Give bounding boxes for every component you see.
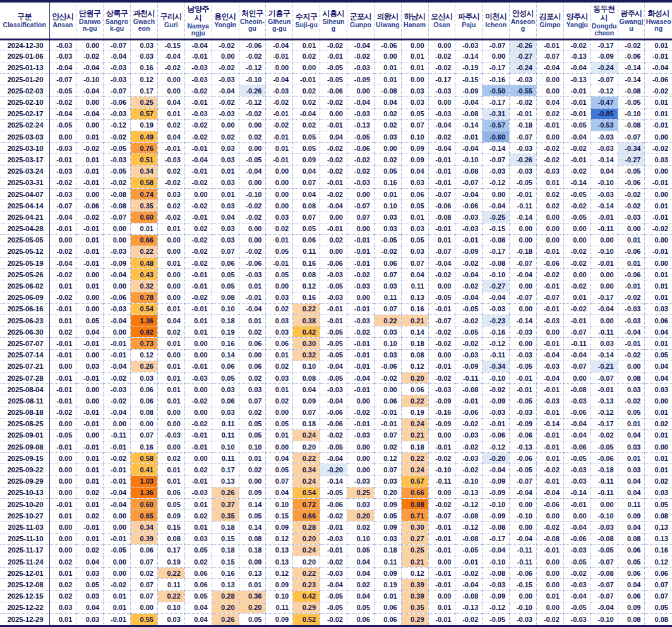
- value-cell: -0.02: [76, 212, 104, 223]
- value-cell: 0.00: [374, 51, 401, 62]
- value-cell: -0.06: [320, 418, 347, 429]
- value-cell: -0.11: [591, 475, 618, 487]
- value-cell: -0.01: [455, 131, 483, 143]
- table-row: 2025-04-21-0.04-0.02-0.070.60-0.02-0.010…: [0, 212, 672, 223]
- value-cell: 0.02: [157, 119, 184, 131]
- value-cell: 0.05: [266, 269, 293, 280]
- value-cell: -0.02: [428, 338, 455, 349]
- value-cell: 0.00: [76, 395, 104, 407]
- column-label-en: Siheung: [321, 18, 346, 32]
- value-cell: -0.02: [455, 464, 483, 475]
- value-cell: 0.02: [184, 556, 212, 567]
- value-cell: -0.01: [184, 475, 212, 487]
- value-cell: 0.01: [157, 361, 184, 372]
- column-label-kr: 처인구: [240, 9, 265, 18]
- value-cell: -0.02: [455, 280, 483, 292]
- value-cell: -0.02: [510, 97, 537, 108]
- value-cell: -0.14: [510, 315, 537, 326]
- value-cell: -0.02: [455, 338, 483, 349]
- value-cell: 0.00: [76, 349, 104, 361]
- value-cell: -0.03: [428, 384, 455, 395]
- value-cell: 0.00: [184, 384, 212, 395]
- value-cell: 0.00: [157, 85, 184, 97]
- value-cell: 0.07: [645, 579, 672, 590]
- value-cell: 0.39: [131, 533, 158, 544]
- value-cell: 0.00: [104, 568, 131, 579]
- value-cell: -0.05: [483, 613, 510, 625]
- value-cell: 0.03: [266, 372, 293, 383]
- value-cell: 0.18: [239, 544, 266, 556]
- value-cell: -0.04: [104, 269, 131, 280]
- value-cell: 0.20: [212, 602, 239, 613]
- value-cell: 0.02: [49, 590, 76, 602]
- value-cell: 0.01: [49, 510, 76, 522]
- value-cell: -0.01: [347, 303, 374, 314]
- value-cell: -0.08: [618, 85, 645, 97]
- value-cell: -0.53: [591, 119, 618, 131]
- value-cell: 0.06: [266, 338, 293, 349]
- column-label-kr: 광주시: [619, 9, 644, 18]
- value-cell: -0.10: [239, 74, 266, 85]
- table-row: 2025-05-26-0.020.00-0.040.430.00-0.010.0…: [0, 269, 672, 280]
- value-cell: 0.13: [239, 568, 266, 579]
- value-cell: -0.08: [591, 533, 618, 544]
- value-cell: 0.04: [618, 475, 645, 487]
- value-cell: -0.01: [536, 407, 563, 418]
- value-cell: -0.03: [536, 315, 563, 326]
- value-cell: -0.03: [49, 143, 76, 154]
- value-cell: -0.03: [347, 177, 374, 188]
- value-cell: 0.11: [157, 579, 184, 590]
- value-cell: -0.02: [563, 303, 591, 314]
- value-cell: -0.01: [428, 579, 455, 590]
- value-cell: 0.00: [563, 269, 591, 280]
- value-cell: 0.04: [157, 131, 184, 143]
- value-cell: -0.01: [49, 154, 76, 165]
- value-cell: 0.00: [131, 418, 158, 429]
- value-cell: 0.04: [618, 579, 645, 590]
- value-cell: 0.00: [536, 510, 563, 522]
- value-cell: 0.20: [401, 372, 428, 383]
- value-cell: -0.14: [455, 51, 483, 62]
- value-cell: 0.01: [374, 74, 401, 85]
- value-cell: -0.06: [76, 200, 104, 212]
- value-cell: 0.01: [157, 395, 184, 407]
- value-cell: 0.06: [347, 613, 374, 625]
- value-cell: 0.21: [401, 556, 428, 567]
- value-cell: -0.04: [510, 269, 537, 280]
- value-cell: 0.06: [293, 234, 320, 246]
- value-cell: -0.09: [347, 74, 374, 85]
- value-cell: 0.05: [157, 499, 184, 510]
- date-cell: 2025-09-29: [0, 475, 49, 487]
- value-cell: -0.01: [563, 499, 591, 510]
- column-label-en: Suji-gu: [294, 21, 319, 28]
- value-cell: 0.22: [293, 453, 320, 464]
- value-cell: 0.00: [591, 280, 618, 292]
- table-row: 2025-12-220.030.040.010.000.100.040.200.…: [0, 602, 672, 613]
- value-cell: -0.02: [49, 292, 76, 303]
- value-cell: 0.00: [536, 85, 563, 97]
- value-cell: -0.15: [157, 39, 184, 51]
- value-cell: 0.00: [347, 464, 374, 475]
- value-cell: 0.24: [293, 475, 320, 487]
- value-cell: -0.04: [455, 97, 483, 108]
- value-cell: -0.03: [184, 62, 212, 73]
- value-cell: -0.05: [320, 590, 347, 602]
- value-cell: -0.26: [239, 85, 266, 97]
- value-cell: 0.22: [293, 568, 320, 579]
- value-cell: -0.01: [104, 475, 131, 487]
- value-cell: -0.02: [320, 556, 347, 567]
- value-cell: 0.07: [131, 556, 158, 567]
- value-cell: -0.03: [239, 269, 266, 280]
- value-cell: -0.17: [483, 533, 510, 544]
- value-cell: 0.08: [293, 269, 320, 280]
- column-label-kr: 이천시: [483, 12, 508, 21]
- value-cell: 0.10: [374, 200, 401, 212]
- value-cell: -0.03: [563, 464, 591, 475]
- value-cell: 0.18: [212, 544, 239, 556]
- value-cell: 0.00: [536, 212, 563, 223]
- value-cell: 0.18: [212, 315, 239, 326]
- value-cell: 0.01: [645, 97, 672, 108]
- value-cell: -0.13: [563, 74, 591, 85]
- value-cell: 0.00: [157, 269, 184, 280]
- value-cell: 0.54: [293, 487, 320, 498]
